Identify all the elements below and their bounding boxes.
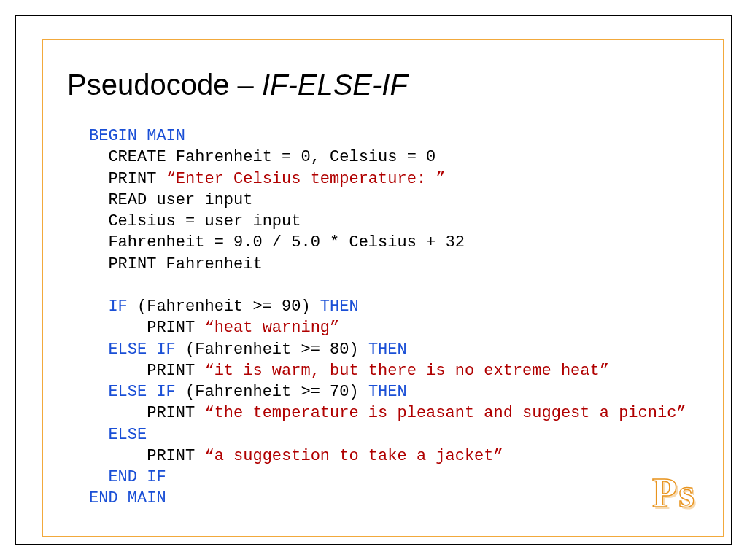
code-indent <box>89 426 108 444</box>
slide-outer-frame: Pseudocode – IF-ELSE-IF BEGIN MAIN CREAT… <box>15 15 732 545</box>
code-keyword: ELSE IF <box>108 341 175 359</box>
code-line: PRINT <box>89 447 204 465</box>
code-text: (Fahrenheit >= 90) <box>128 298 320 316</box>
code-keyword: THEN <box>368 341 407 359</box>
code-string: “it is warm, but there is no extreme hea… <box>204 362 609 380</box>
code-keyword: END IF <box>108 468 166 486</box>
code-line: PRINT <box>89 404 204 422</box>
code-line: Fahrenheit = 9.0 / 5.0 * Celsius + 32 <box>89 233 465 252</box>
code-keyword: ELSE IF <box>108 383 175 401</box>
code-string: “a suggestion to take a jacket” <box>204 447 503 465</box>
title-plain: Pseudocode – <box>67 69 262 101</box>
code-line: PRINT <box>89 362 204 380</box>
slide-title: Pseudocode – IF-ELSE-IF <box>67 69 408 101</box>
code-indent <box>89 298 108 316</box>
code-line: READ user input <box>89 191 252 209</box>
code-keyword: THEN <box>320 298 359 316</box>
pseudocode-block: BEGIN MAIN CREATE Fahrenheit = 0, Celsiu… <box>89 125 694 510</box>
code-line: PRINT <box>89 319 204 337</box>
code-text: (Fahrenheit >= 80) <box>176 341 368 359</box>
code-keyword: ELSE <box>108 426 147 444</box>
title-italic: IF-ELSE-IF <box>262 69 408 101</box>
code-indent <box>89 468 108 486</box>
code-string: “Enter Celsius temperature: ” <box>166 170 446 188</box>
ps-logo: Ps <box>652 470 696 516</box>
code-text: (Fahrenheit >= 70) <box>176 383 368 401</box>
code-string: “heat warning” <box>204 319 339 337</box>
code-string: “the temperature is pleasant and suggest… <box>204 404 686 422</box>
code-keyword: IF <box>108 298 127 316</box>
code-keyword: THEN <box>368 383 407 401</box>
code-line: CREATE Fahrenheit = 0, Celsius = 0 <box>89 148 436 166</box>
code-line: Celsius = user input <box>89 212 301 230</box>
code-line: BEGIN MAIN <box>89 127 185 145</box>
code-indent <box>89 341 108 359</box>
code-indent <box>89 383 108 401</box>
code-line: PRINT <box>89 170 166 188</box>
code-line: END MAIN <box>89 489 166 508</box>
code-line: PRINT Fahrenheit <box>89 255 263 273</box>
